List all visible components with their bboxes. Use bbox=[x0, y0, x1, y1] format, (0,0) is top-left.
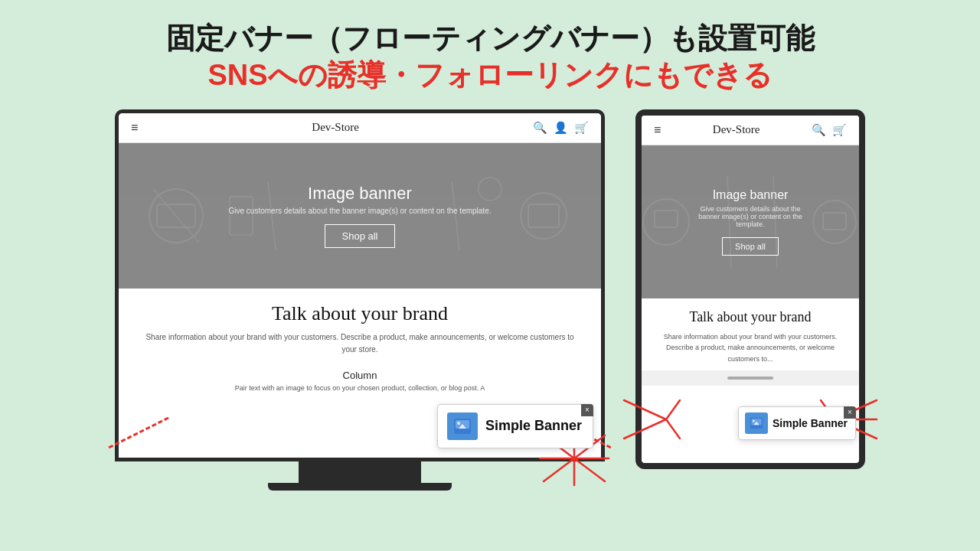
mockups-row: ≡ Dev-Store 🔍 👤 🛒 bbox=[0, 109, 980, 491]
desktop-brand-title: Talk about your brand bbox=[142, 302, 578, 325]
tablet-banner-title: Image banner bbox=[689, 188, 812, 202]
heading-line1: 固定バナー（フローティングバナー）も設置可能 bbox=[0, 21, 980, 57]
desktop-brand-section: Talk about your brand Share information … bbox=[119, 289, 601, 364]
tablet-nav: ≡ Dev-Store 🔍 🛒 bbox=[642, 116, 859, 145]
desktop-banner-section: Image banner Give customers details abou… bbox=[119, 143, 601, 289]
tablet-banner-text: Image banner Give customers details abou… bbox=[689, 188, 812, 256]
desktop-brand-desc: Share information about your brand with … bbox=[142, 331, 578, 356]
desktop-column-section: Column Pair text with an image to focus … bbox=[119, 364, 601, 398]
tablet-bottom-bar bbox=[642, 370, 859, 386]
desktop-nav: ≡ Dev-Store 🔍 👤 🛒 bbox=[119, 113, 601, 143]
desktop-popup-icon bbox=[447, 412, 478, 440]
desktop-popup-close[interactable]: × bbox=[581, 404, 593, 416]
tablet-popup-icon bbox=[745, 412, 768, 434]
desktop-store-ui: ≡ Dev-Store 🔍 👤 🛒 bbox=[119, 113, 601, 458]
tablet-cart-icon: 🛒 bbox=[832, 123, 847, 137]
desktop-mockup: ≡ Dev-Store 🔍 👤 🛒 bbox=[115, 109, 605, 491]
desktop-shop-all-button[interactable]: Shop all bbox=[325, 224, 396, 248]
svg-point-13 bbox=[457, 422, 460, 425]
desktop-stand bbox=[299, 461, 421, 483]
tablet-home-indicator bbox=[727, 377, 773, 380]
desktop-banner-title: Image banner bbox=[229, 184, 492, 204]
tablet-banner-desc: Give customers details about the banner … bbox=[689, 205, 812, 228]
desktop-banner-desc: Give customers details about the banner … bbox=[229, 207, 492, 215]
tablet-hamburger-icon: ≡ bbox=[654, 123, 661, 137]
tablet-brand-desc: Share information about your brand with … bbox=[652, 331, 848, 364]
svg-point-34 bbox=[753, 420, 755, 422]
heading-line2: SNSへの誘導・フォローリンクにもできる bbox=[0, 57, 980, 94]
tablet-nav-icons: 🔍 🛒 bbox=[812, 123, 847, 137]
heading-area: 固定バナー（フローティングバナー）も設置可能 SNSへの誘導・フォローリンクにも… bbox=[0, 0, 980, 109]
desktop-popup-label: Simple Banner bbox=[485, 418, 582, 434]
tablet-popup-label: Simple Banner bbox=[773, 417, 848, 429]
tablet-banner-section: Image banner Give customers details abou… bbox=[642, 145, 859, 298]
cart-icon: 🛒 bbox=[574, 121, 589, 135]
desktop-base bbox=[268, 483, 452, 491]
tablet-store-ui: ≡ Dev-Store 🔍 🛒 bbox=[642, 116, 859, 463]
svg-line-20 bbox=[544, 458, 574, 481]
desktop-column-title: Column bbox=[142, 370, 578, 381]
search-icon: 🔍 bbox=[533, 121, 547, 135]
user-icon: 👤 bbox=[554, 121, 568, 135]
tablet-brand-title: Talk about your brand bbox=[652, 309, 848, 325]
desktop-screen: ≡ Dev-Store 🔍 👤 🛒 bbox=[115, 109, 605, 461]
tablet-store-title: Dev-Store bbox=[713, 123, 760, 136]
desktop-store-title: Dev-Store bbox=[312, 121, 359, 134]
desktop-column-desc: Pair text with an image to focus on your… bbox=[142, 384, 578, 392]
tablet-brand-section: Talk about your brand Share information … bbox=[642, 298, 859, 370]
tablet-popup-close[interactable]: × bbox=[844, 406, 856, 419]
tablet-search-icon: 🔍 bbox=[812, 123, 826, 137]
tablet-simple-banner-popup[interactable]: Simple Banner × bbox=[738, 406, 856, 440]
desktop-simple-banner-popup[interactable]: Simple Banner × bbox=[437, 404, 593, 448]
svg-line-21 bbox=[574, 458, 605, 481]
desktop-nav-icons: 🔍 👤 🛒 bbox=[533, 121, 589, 135]
hamburger-icon: ≡ bbox=[131, 121, 138, 135]
tablet-shop-all-button[interactable]: Shop all bbox=[722, 237, 779, 256]
desktop-banner-text: Image banner Give customers details abou… bbox=[229, 184, 492, 248]
tablet-mockup: ≡ Dev-Store 🔍 🛒 bbox=[635, 109, 865, 469]
tablet-screen: ≡ Dev-Store 🔍 🛒 bbox=[635, 109, 865, 469]
